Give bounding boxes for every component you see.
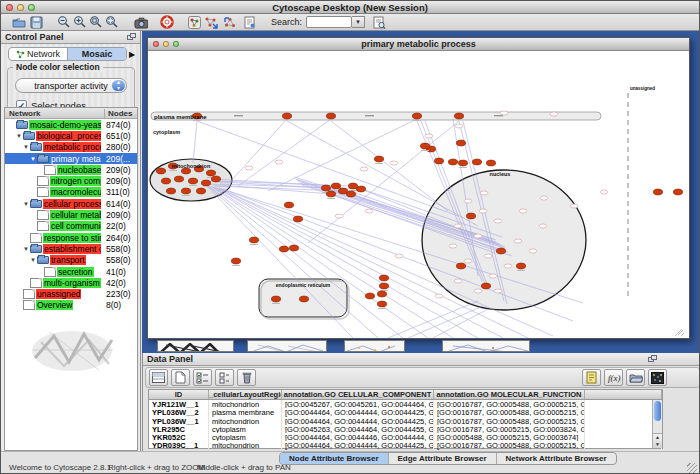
- table-row[interactable]: YDR039C__1mitochondrion[GO:0044464, GO:0…: [149, 441, 662, 449]
- save-session-icon[interactable]: [29, 15, 43, 29]
- node-count: 41(0): [106, 267, 126, 277]
- table-cell: [GO:0016787, GO:0005488, GO:0005215, G..…: [434, 441, 585, 449]
- network-graph[interactable]: plasma membrane cytoplasm mitochondrion …: [148, 51, 689, 338]
- tab-network[interactable]: Network: [9, 48, 67, 60]
- network-canvas[interactable]: plasma membrane cytoplasm mitochondrion …: [148, 51, 689, 338]
- search-dropdown-arrow[interactable]: ▼: [352, 16, 365, 28]
- minimized-window-thumbnail[interactable]: [157, 340, 234, 352]
- minimized-window-thumbnail[interactable]: [442, 340, 530, 352]
- table-row[interactable]: YPL036W__2plasma membrane[GO:0044464, GO…: [149, 408, 662, 416]
- tree-row[interactable]: ▼establishment of lo558(0): [5, 243, 137, 254]
- tree-row[interactable]: response to stimulu264(0): [5, 232, 137, 243]
- vizmapper-icon[interactable]: [187, 15, 201, 29]
- snapshot-camera-icon[interactable]: [134, 15, 148, 29]
- tree-row[interactable]: nitrogen compo209(0): [5, 175, 137, 186]
- dropdown-value: transporter activity: [34, 81, 108, 91]
- table-cell: [GO:0044464, GO:0044444, GO:0044425, G..…: [282, 441, 434, 449]
- minimized-window-thumbnail[interactable]: [247, 340, 327, 352]
- delete-attribute-icon[interactable]: [237, 369, 256, 386]
- tree-row[interactable]: ▼primary metabo209(...: [5, 153, 137, 164]
- tab-mosaic[interactable]: Mosaic: [67, 48, 126, 60]
- import-attributes-icon[interactable]: [626, 369, 645, 386]
- tab-overflow-arrow[interactable]: ▶: [129, 50, 135, 59]
- tree-row[interactable]: Overview8(0): [5, 300, 137, 311]
- table-cell: [GO:0016787, GO:0005488, GO:0005215, G..…: [434, 417, 585, 425]
- tree-row[interactable]: cell communicat22(0): [5, 221, 137, 232]
- status-zoom-hint: Right-click + drag to ZOOM: [108, 463, 205, 472]
- attribute-grid-icon[interactable]: [149, 369, 168, 386]
- file-icon: [37, 176, 49, 186]
- zoom-in-icon[interactable]: [73, 15, 87, 29]
- tree-row[interactable]: ▼cellular process614(0): [5, 198, 137, 209]
- layout-network-2-icon[interactable]: [223, 15, 237, 29]
- formula-builder-icon[interactable]: f(x): [604, 369, 623, 386]
- unselect-attributes-icon[interactable]: [215, 369, 234, 386]
- annotation-doc-icon[interactable]: [243, 15, 257, 29]
- table-row[interactable]: YPL036W__1mitochondrion[GO:0044464, GO:0…: [149, 417, 662, 425]
- table-row[interactable]: YKR052Ccytoplasm[GO:0044464, GO:0044446,…: [149, 433, 662, 441]
- view-titlebar[interactable]: primary metabolic process: [148, 38, 689, 51]
- disclosure-arrow-icon[interactable]: ▼: [22, 144, 30, 150]
- tree-row[interactable]: multi-organism pro42(0): [5, 277, 137, 288]
- tab-edge-attribute-browser[interactable]: Edge Attribute Browser: [388, 453, 496, 464]
- tree-row[interactable]: cellular metabo209(0): [5, 209, 137, 220]
- open-session-icon[interactable]: [12, 15, 26, 29]
- table-cell: cytoplasm: [209, 433, 282, 441]
- table-row[interactable]: YJR121W__1mitochondrion[GO:0045267, GO:0…: [149, 400, 662, 408]
- column-header[interactable]: ID: [149, 390, 209, 399]
- disclosure-arrow-icon[interactable]: ▼: [29, 257, 37, 263]
- attribute-table[interactable]: ID_cellularLayoutRegionannotation.GO CEL…: [148, 389, 663, 449]
- network-view-window[interactable]: primary metabolic process plasma: [147, 37, 690, 339]
- canvas-resize-grip[interactable]: [675, 329, 684, 336]
- node-count: 874(0): [106, 120, 131, 130]
- tab-network-attribute-browser[interactable]: Network Attribute Browser: [496, 453, 616, 464]
- search-options-icon[interactable]: [372, 15, 386, 29]
- attribute-table-header[interactable]: ID_cellularLayoutRegionannotation.GO CEL…: [149, 390, 662, 400]
- node-count: 223(0): [106, 289, 131, 299]
- column-header[interactable]: _cellularLayoutRegion: [209, 390, 282, 399]
- tree-header[interactable]: Network Nodes: [5, 108, 137, 119]
- minimized-window-thumbnail[interactable]: [344, 340, 405, 352]
- layout-network-1-icon[interactable]: [204, 15, 218, 29]
- window-resize-grip[interactable]: [687, 463, 697, 473]
- zoom-out-icon[interactable]: [57, 15, 71, 29]
- tree-label: unassigned: [36, 289, 81, 299]
- tree-row[interactable]: mosaic-demo-yeast874(0): [5, 119, 137, 130]
- tree-label: mosaic-demo-yeast: [29, 120, 101, 130]
- help-lifering-icon[interactable]: [160, 15, 174, 29]
- disclosure-arrow-icon[interactable]: ▼: [29, 156, 37, 162]
- tree-row[interactable]: ▼biological_process651(0): [5, 130, 137, 141]
- tree-row[interactable]: secretion41(0): [5, 266, 137, 277]
- tree-col-network: Network: [9, 109, 41, 118]
- node-count: 280(0): [106, 142, 131, 152]
- tree-label: metabolic process: [43, 142, 101, 152]
- float-panel-icon[interactable]: [127, 33, 136, 41]
- table-scrollbar[interactable]: ▲▼: [652, 400, 662, 448]
- tree-row[interactable]: nucleobase-209(0): [5, 164, 137, 175]
- tab-node-attribute-browser[interactable]: Node Attribute Browser: [280, 453, 388, 464]
- column-header[interactable]: annotation.GO MOLECULAR_FUNCTION: [434, 390, 585, 399]
- table-cell: YLR295C: [149, 425, 209, 433]
- new-attribute-icon[interactable]: [171, 369, 190, 386]
- tree-row[interactable]: ▼transport558(0): [5, 255, 137, 266]
- disclosure-arrow-icon[interactable]: ▼: [15, 133, 23, 139]
- zoom-selected-region-icon[interactable]: [89, 15, 103, 29]
- search-input[interactable]: [306, 16, 352, 28]
- select-attributes-icon[interactable]: [193, 369, 212, 386]
- tree-row[interactable]: macromolecule311(0): [5, 187, 137, 198]
- tree-row[interactable]: unassigned223(0): [5, 288, 137, 299]
- app-titlebar[interactable]: Cytoscape Desktop (New Session): [1, 1, 699, 14]
- node-color-dropdown[interactable]: transporter activity ▲▼: [15, 78, 127, 93]
- disclosure-arrow-icon[interactable]: ▼: [22, 201, 30, 207]
- column-header[interactable]: annotation.GO CELLULAR_COMPONENT: [282, 390, 434, 399]
- scrollbar-buttons[interactable]: ▲▼: [653, 433, 662, 448]
- unassigned-label: unassigned: [630, 86, 655, 91]
- tree-row[interactable]: ▼metabolic process280(0): [5, 142, 137, 153]
- disclosure-arrow-icon[interactable]: ▼: [22, 246, 30, 252]
- zoom-fit-content-icon[interactable]: [105, 15, 119, 29]
- float-data-panel-icon[interactable]: [648, 355, 657, 363]
- notes-icon[interactable]: [582, 369, 601, 386]
- table-row[interactable]: YLR295Ccytoplasm[GO:0045263, GO:0044464,…: [149, 425, 662, 433]
- scrollbar-thumb[interactable]: [654, 401, 661, 421]
- attribute-matrix-icon[interactable]: [648, 369, 667, 386]
